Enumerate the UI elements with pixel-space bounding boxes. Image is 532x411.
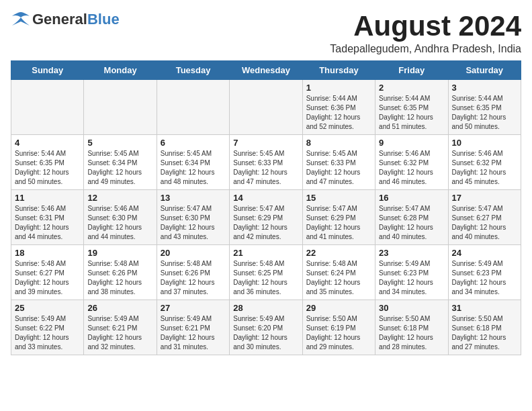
location-title: Tadepallegudem, Andhra Pradesh, India: [330, 43, 521, 55]
logo-blue-text: Blue: [87, 11, 120, 28]
week-row-4: 18Sunrise: 5:48 AM Sunset: 6:27 PM Dayli…: [11, 245, 521, 300]
day-detail: Sunrise: 5:48 AM Sunset: 6:27 PM Dayligh…: [15, 259, 80, 297]
calendar-cell: 21Sunrise: 5:48 AM Sunset: 6:25 PM Dayli…: [230, 245, 302, 300]
calendar-cell: 4Sunrise: 5:44 AM Sunset: 6:35 PM Daylig…: [11, 135, 84, 190]
day-detail: Sunrise: 5:48 AM Sunset: 6:26 PM Dayligh…: [87, 259, 152, 297]
header: GeneralBlue August 2024 Tadepallegudem, …: [11, 11, 521, 55]
logo-bird-icon: [11, 11, 31, 28]
calendar-cell: 18Sunrise: 5:48 AM Sunset: 6:27 PM Dayli…: [11, 245, 84, 300]
calendar-cell: 17Sunrise: 5:47 AM Sunset: 6:27 PM Dayli…: [448, 190, 521, 245]
week-row-1: 1Sunrise: 5:44 AM Sunset: 6:36 PM Daylig…: [11, 80, 521, 135]
day-detail: Sunrise: 5:48 AM Sunset: 6:25 PM Dayligh…: [233, 259, 298, 297]
calendar-cell: 27Sunrise: 5:49 AM Sunset: 6:21 PM Dayli…: [157, 300, 229, 355]
day-number: 9: [379, 138, 444, 148]
calendar-cell: 19Sunrise: 5:48 AM Sunset: 6:26 PM Dayli…: [84, 245, 157, 300]
day-number: 18: [15, 248, 80, 258]
day-detail: Sunrise: 5:49 AM Sunset: 6:21 PM Dayligh…: [87, 314, 152, 352]
day-number: 5: [87, 138, 152, 148]
calendar-cell: 24Sunrise: 5:49 AM Sunset: 6:23 PM Dayli…: [448, 245, 521, 300]
day-detail: Sunrise: 5:49 AM Sunset: 6:21 PM Dayligh…: [161, 314, 226, 352]
calendar-cell: 14Sunrise: 5:47 AM Sunset: 6:29 PM Dayli…: [230, 190, 302, 245]
calendar-cell: 28Sunrise: 5:49 AM Sunset: 6:20 PM Dayli…: [230, 300, 302, 355]
calendar-cell: 3Sunrise: 5:44 AM Sunset: 6:35 PM Daylig…: [448, 80, 521, 135]
title-area: August 2024 Tadepallegudem, Andhra Prade…: [330, 11, 521, 55]
day-detail: Sunrise: 5:46 AM Sunset: 6:32 PM Dayligh…: [452, 149, 517, 187]
day-number: 7: [233, 138, 298, 148]
calendar-cell: 25Sunrise: 5:49 AM Sunset: 6:22 PM Dayli…: [11, 300, 84, 355]
day-number: 17: [452, 193, 517, 203]
calendar-cell: 15Sunrise: 5:47 AM Sunset: 6:29 PM Dayli…: [302, 190, 375, 245]
day-number: 28: [233, 303, 298, 313]
day-detail: Sunrise: 5:50 AM Sunset: 6:19 PM Dayligh…: [306, 314, 371, 352]
day-number: 19: [87, 248, 152, 258]
calendar-cell: 13Sunrise: 5:47 AM Sunset: 6:30 PM Dayli…: [157, 190, 229, 245]
calendar-cell: 6Sunrise: 5:45 AM Sunset: 6:34 PM Daylig…: [157, 135, 229, 190]
day-detail: Sunrise: 5:45 AM Sunset: 6:33 PM Dayligh…: [233, 149, 298, 187]
day-detail: Sunrise: 5:49 AM Sunset: 6:22 PM Dayligh…: [15, 314, 80, 352]
day-detail: Sunrise: 5:47 AM Sunset: 6:30 PM Dayligh…: [161, 204, 226, 242]
day-number: 13: [161, 193, 226, 203]
day-number: 24: [452, 248, 517, 258]
day-number: 12: [87, 193, 152, 203]
month-title: August 2024: [330, 11, 521, 42]
calendar-cell: 7Sunrise: 5:45 AM Sunset: 6:33 PM Daylig…: [230, 135, 302, 190]
calendar-cell: 22Sunrise: 5:48 AM Sunset: 6:24 PM Dayli…: [302, 245, 375, 300]
calendar-cell: 23Sunrise: 5:49 AM Sunset: 6:23 PM Dayli…: [375, 245, 448, 300]
day-detail: Sunrise: 5:48 AM Sunset: 6:26 PM Dayligh…: [161, 259, 226, 297]
calendar-cell: 10Sunrise: 5:46 AM Sunset: 6:32 PM Dayli…: [448, 135, 521, 190]
day-number: 2: [379, 83, 444, 93]
day-number: 26: [87, 303, 152, 313]
day-detail: Sunrise: 5:48 AM Sunset: 6:24 PM Dayligh…: [306, 259, 371, 297]
weekday-header-saturday: Saturday: [448, 61, 521, 80]
weekday-header-wednesday: Wednesday: [230, 61, 302, 80]
day-detail: Sunrise: 5:44 AM Sunset: 6:35 PM Dayligh…: [15, 149, 80, 187]
day-detail: Sunrise: 5:49 AM Sunset: 6:23 PM Dayligh…: [379, 259, 444, 297]
weekday-header-sunday: Sunday: [11, 61, 84, 80]
calendar-cell: 11Sunrise: 5:46 AM Sunset: 6:31 PM Dayli…: [11, 190, 84, 245]
day-detail: Sunrise: 5:45 AM Sunset: 6:33 PM Dayligh…: [306, 149, 371, 187]
calendar-cell: [11, 80, 84, 135]
calendar-cell: [230, 80, 302, 135]
day-detail: Sunrise: 5:50 AM Sunset: 6:18 PM Dayligh…: [452, 314, 517, 352]
weekday-header-monday: Monday: [84, 61, 157, 80]
day-number: 4: [15, 138, 80, 148]
day-detail: Sunrise: 5:46 AM Sunset: 6:31 PM Dayligh…: [15, 204, 80, 242]
day-detail: Sunrise: 5:44 AM Sunset: 6:36 PM Dayligh…: [306, 94, 371, 132]
calendar-cell: 12Sunrise: 5:46 AM Sunset: 6:30 PM Dayli…: [84, 190, 157, 245]
weekday-header-tuesday: Tuesday: [157, 61, 229, 80]
calendar-cell: 16Sunrise: 5:47 AM Sunset: 6:28 PM Dayli…: [375, 190, 448, 245]
calendar-cell: 2Sunrise: 5:44 AM Sunset: 6:35 PM Daylig…: [375, 80, 448, 135]
week-row-2: 4Sunrise: 5:44 AM Sunset: 6:35 PM Daylig…: [11, 135, 521, 190]
day-detail: Sunrise: 5:50 AM Sunset: 6:18 PM Dayligh…: [379, 314, 444, 352]
day-number: 8: [306, 138, 371, 148]
calendar-table: SundayMondayTuesdayWednesdayThursdayFrid…: [11, 60, 521, 355]
day-detail: Sunrise: 5:44 AM Sunset: 6:35 PM Dayligh…: [452, 94, 517, 132]
logo: GeneralBlue: [11, 11, 120, 28]
day-number: 11: [15, 193, 80, 203]
weekday-header-friday: Friday: [375, 61, 448, 80]
day-detail: Sunrise: 5:46 AM Sunset: 6:30 PM Dayligh…: [87, 204, 152, 242]
calendar-cell: 30Sunrise: 5:50 AM Sunset: 6:18 PM Dayli…: [375, 300, 448, 355]
day-detail: Sunrise: 5:44 AM Sunset: 6:35 PM Dayligh…: [379, 94, 444, 132]
day-detail: Sunrise: 5:46 AM Sunset: 6:32 PM Dayligh…: [379, 149, 444, 187]
calendar-cell: 1Sunrise: 5:44 AM Sunset: 6:36 PM Daylig…: [302, 80, 375, 135]
calendar-cell: 29Sunrise: 5:50 AM Sunset: 6:19 PM Dayli…: [302, 300, 375, 355]
day-number: 25: [15, 303, 80, 313]
day-detail: Sunrise: 5:45 AM Sunset: 6:34 PM Dayligh…: [161, 149, 226, 187]
calendar-cell: [157, 80, 229, 135]
day-number: 27: [161, 303, 226, 313]
day-number: 3: [452, 83, 517, 93]
day-detail: Sunrise: 5:47 AM Sunset: 6:29 PM Dayligh…: [233, 204, 298, 242]
day-detail: Sunrise: 5:49 AM Sunset: 6:23 PM Dayligh…: [452, 259, 517, 297]
day-number: 30: [379, 303, 444, 313]
weekday-header-row: SundayMondayTuesdayWednesdayThursdayFrid…: [11, 61, 521, 80]
logo-general-text: GeneralBlue: [32, 11, 120, 28]
calendar-cell: 8Sunrise: 5:45 AM Sunset: 6:33 PM Daylig…: [302, 135, 375, 190]
day-number: 16: [379, 193, 444, 203]
day-detail: Sunrise: 5:49 AM Sunset: 6:20 PM Dayligh…: [233, 314, 298, 352]
day-detail: Sunrise: 5:47 AM Sunset: 6:28 PM Dayligh…: [379, 204, 444, 242]
calendar-body: 1Sunrise: 5:44 AM Sunset: 6:36 PM Daylig…: [11, 80, 521, 355]
calendar-cell: 26Sunrise: 5:49 AM Sunset: 6:21 PM Dayli…: [84, 300, 157, 355]
day-number: 10: [452, 138, 517, 148]
day-number: 31: [452, 303, 517, 313]
